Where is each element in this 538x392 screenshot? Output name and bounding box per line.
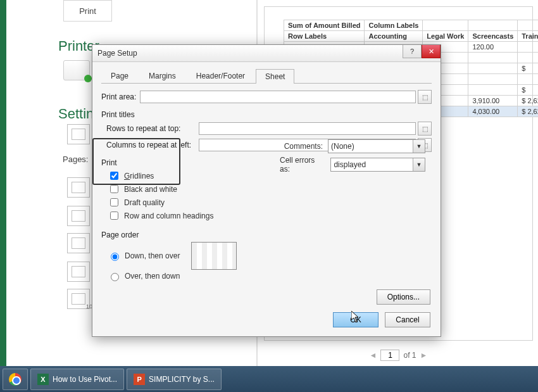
- ok-button[interactable]: OK: [333, 312, 378, 327]
- page-setup-dialog: Page Setup ? ✕ Page Margins Header/Foote…: [92, 44, 441, 337]
- chevron-down-icon[interactable]: ▼: [413, 140, 425, 153]
- range-select-icon[interactable]: ⬚: [418, 122, 432, 136]
- tab-header-footer[interactable]: Header/Footer: [187, 68, 254, 83]
- rows-repeat-label: Rows to repeat at top:: [106, 124, 195, 133]
- windows-taskbar: XHow to Use Pivot... PSIMPLICITY by S...: [0, 366, 538, 392]
- gridlines-checkbox[interactable]: [110, 172, 118, 180]
- page-number-input[interactable]: [380, 350, 399, 361]
- help-button[interactable]: ?: [403, 45, 422, 58]
- down-then-over-radio[interactable]: [111, 253, 119, 261]
- options-button[interactable]: Options...: [377, 289, 430, 305]
- settings-option-4[interactable]: [67, 233, 90, 253]
- excel-taskbar-item[interactable]: XHow to Use Pivot...: [30, 369, 124, 390]
- row-col-headings-label: Row and column headings: [124, 212, 213, 220]
- powerpoint-icon: P: [134, 374, 145, 385]
- cell-errors-dropdown[interactable]: displayed▼: [330, 158, 425, 172]
- settings-option-3[interactable]: [67, 206, 90, 226]
- cancel-button[interactable]: Cancel: [385, 312, 430, 327]
- black-white-label: Black and white: [124, 185, 177, 194]
- over-then-down-radio[interactable]: [111, 273, 119, 281]
- settings-option-1[interactable]: [67, 124, 90, 144]
- print-button[interactable]: Print: [63, 0, 112, 22]
- cols-repeat-label: Columns to repeat at left:: [106, 141, 195, 149]
- dialog-title: Page Setup: [97, 49, 137, 58]
- pivot-header: Column Labels: [365, 20, 423, 31]
- pivot-subheader: Screencasts: [468, 31, 518, 42]
- excel-icon: X: [37, 374, 49, 385]
- draft-quality-label: Draft quality: [124, 198, 165, 207]
- chrome-icon: [9, 373, 22, 386]
- black-white-checkbox[interactable]: [110, 185, 118, 193]
- page-order-diagram: [191, 242, 237, 270]
- excel-accent-bar: [0, 0, 6, 366]
- dialog-titlebar[interactable]: Page Setup ? ✕: [92, 45, 441, 62]
- rows-repeat-input[interactable]: [199, 122, 416, 135]
- settings-option-2[interactable]: [67, 177, 90, 198]
- settings-option-5[interactable]: [67, 262, 90, 282]
- powerpoint-taskbar-item[interactable]: PSIMPLICITY by S...: [127, 369, 222, 390]
- tab-sheet[interactable]: Sheet: [256, 69, 294, 84]
- range-select-icon[interactable]: ⬚: [418, 90, 432, 104]
- pivot-header: Sum of Amount Billed: [284, 20, 365, 31]
- pivot-subheader: Legal Work: [423, 31, 468, 42]
- draft-quality-checkbox[interactable]: [110, 198, 118, 206]
- next-page-icon[interactable]: ►: [420, 351, 428, 360]
- pivot-subheader: Training: [518, 31, 538, 42]
- print-area-input[interactable]: [140, 91, 416, 103]
- gridlines-label: Gridlines: [124, 172, 154, 180]
- chrome-taskbar-icon[interactable]: [3, 369, 28, 390]
- print-area-label: Print area:: [101, 92, 136, 101]
- comments-dropdown[interactable]: (None)▼: [328, 139, 425, 153]
- page-navigator: ◄ of 1 ►: [258, 350, 538, 361]
- page-of-label: of 1: [403, 351, 416, 360]
- settings-option-6[interactable]: 100: [67, 289, 90, 309]
- close-button[interactable]: ✕: [422, 45, 441, 58]
- powerpoint-taskbar-label: SIMPLICITY by S...: [149, 375, 215, 384]
- tab-margins[interactable]: Margins: [139, 68, 185, 83]
- prev-page-icon[interactable]: ◄: [370, 351, 377, 360]
- dialog-tabs: Page Margins Header/Footer Sheet: [101, 68, 432, 84]
- pages-label: Pages:: [63, 155, 88, 164]
- cell-errors-label: Cell errors as:: [280, 156, 325, 174]
- chevron-down-icon[interactable]: ▼: [413, 158, 425, 171]
- printer-icon[interactable]: [63, 60, 90, 80]
- tab-page[interactable]: Page: [101, 68, 138, 83]
- excel-taskbar-label: How to Use Pivot...: [53, 375, 117, 384]
- print-titles-label: Print titles: [101, 110, 432, 119]
- comments-label: Comments:: [284, 142, 323, 151]
- pivot-subheader: Accounting: [365, 31, 423, 42]
- page-order-label: Page order: [101, 231, 432, 239]
- pivot-subheader: Row Labels: [284, 31, 365, 42]
- over-then-down-label: Over, then down: [125, 272, 180, 281]
- down-then-over-label: Down, then over: [125, 251, 180, 260]
- row-col-headings-checkbox[interactable]: [110, 212, 118, 220]
